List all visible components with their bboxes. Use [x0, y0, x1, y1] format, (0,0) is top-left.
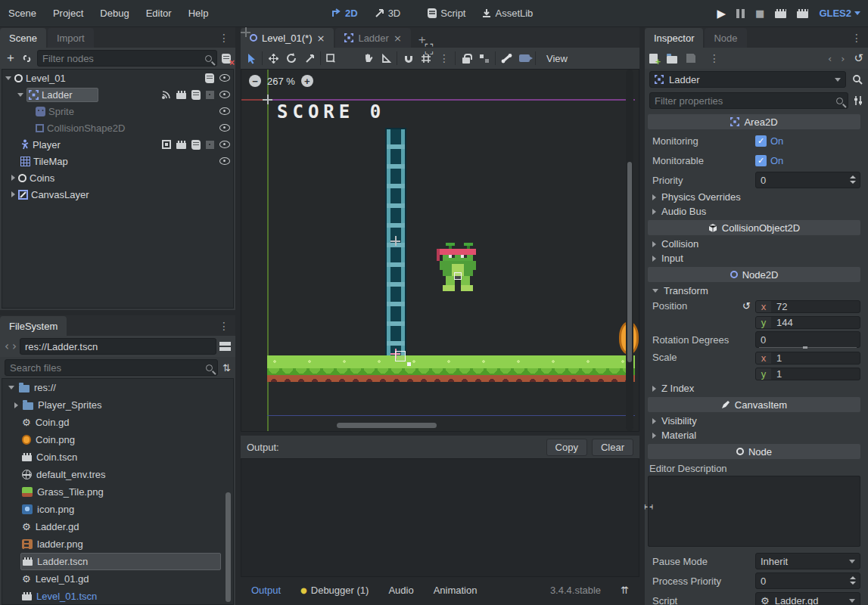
scene-dock-menu-icon[interactable]: ⋮ [214, 32, 234, 44]
smart-snap-toggle[interactable] [399, 49, 417, 67]
history-back-button[interactable]: ‹ [828, 53, 832, 64]
mode-assetlib-button[interactable]: AssetLib [476, 5, 539, 22]
filesystem-menu-icon[interactable]: ⋮ [214, 320, 234, 332]
script-icon[interactable] [205, 73, 214, 83]
filter-nodes-input[interactable] [42, 53, 205, 64]
edit-history-button[interactable]: ↺ [854, 51, 863, 65]
view-menu-button[interactable]: View [539, 51, 575, 67]
bottom-tab-audio[interactable]: Audio [388, 585, 413, 596]
category-node2d[interactable]: Node2D [648, 267, 860, 282]
save-resource-button[interactable] [686, 54, 695, 63]
clear-button[interactable]: Clear [592, 439, 633, 456]
load-resource-button[interactable] [667, 56, 677, 64]
group-collision[interactable]: Collision [648, 237, 860, 251]
script-icon[interactable] [191, 140, 201, 150]
menu-debug[interactable]: Debug [92, 5, 137, 22]
revert-position-icon[interactable]: ↺ [742, 300, 751, 312]
skeleton-camera-button[interactable] [515, 49, 534, 67]
tree-node-level01[interactable]: Level_01 [2, 70, 233, 86]
tab-import[interactable]: Import [48, 28, 94, 48]
instance-options-icon[interactable] [162, 140, 171, 149]
mode-3d-button[interactable]: 3D [369, 5, 407, 22]
pause-mode-dropdown[interactable]: Inherit [755, 553, 860, 569]
lock-object-button[interactable] [457, 49, 475, 67]
pan-tool[interactable] [359, 49, 377, 67]
signal-icon[interactable] [161, 90, 171, 100]
expand-icon[interactable] [11, 191, 15, 197]
group-visibility[interactable]: Visibility [648, 414, 860, 428]
group-audio-bus[interactable]: Audio Bus [648, 204, 860, 219]
instanced-scene-icon[interactable] [176, 141, 186, 149]
group-z-index[interactable]: Z Index [648, 381, 860, 396]
open-docs-icon[interactable] [852, 74, 863, 85]
ruler-tool[interactable] [377, 49, 395, 67]
snap-options-menu[interactable]: ⋮ [435, 49, 453, 67]
expand-bottom-panel-icon[interactable]: ⇈ [621, 585, 629, 596]
pause-button[interactable] [736, 9, 745, 18]
selection-rect[interactable] [395, 351, 406, 361]
expand-icon[interactable] [14, 402, 18, 408]
unlock-object-button[interactable] [475, 49, 493, 67]
instanced-scene-icon[interactable] [176, 91, 186, 99]
zoom-in-button[interactable]: + [301, 75, 313, 87]
category-collisionobject2d[interactable]: CollisionObject2D [648, 220, 860, 235]
script-icon[interactable] [191, 90, 201, 100]
2d-viewport-canvas[interactable]: − 267 % + SCORE 0 [241, 69, 639, 432]
file-row[interactable]: icon.png [2, 501, 233, 518]
tree-node-ladder[interactable]: Ladder [2, 86, 233, 103]
close-icon[interactable]: × [317, 33, 325, 44]
visibility-icon[interactable] [219, 74, 230, 82]
play-custom-scene-button[interactable] [797, 9, 808, 18]
spinner-arrows-icon[interactable] [850, 175, 856, 184]
position-y-field[interactable]: y 144 [755, 316, 860, 329]
property-tools-icon[interactable] [853, 95, 863, 106]
distraction-free-icon[interactable] [425, 44, 434, 54]
group-physics-overrides[interactable]: Physics Overrides [648, 190, 860, 204]
file-row[interactable]: ladder.png [2, 535, 233, 553]
category-area2d[interactable]: Area2D [648, 114, 860, 129]
file-row[interactable]: ⚙Coin.gd [2, 414, 233, 431]
add-node-button[interactable]: + [5, 51, 17, 66]
priority-spinbox[interactable]: 0 [755, 172, 860, 188]
spinner-arrows-icon[interactable] [850, 576, 856, 585]
zoom-out-button[interactable]: − [249, 75, 261, 87]
filesystem-scrollbar[interactable] [226, 492, 231, 602]
mode-2d-button[interactable]: 2D [325, 5, 364, 22]
groups-icon[interactable] [206, 141, 214, 149]
visibility-icon[interactable] [219, 107, 230, 115]
groups-icon[interactable] [206, 91, 214, 99]
stop-button[interactable]: ■ [755, 8, 764, 19]
visibility-icon[interactable] [219, 124, 230, 132]
scale-tool[interactable] [300, 49, 319, 67]
expand-icon[interactable] [11, 175, 15, 181]
file-row[interactable]: default_env.tres [2, 466, 233, 483]
instance-scene-button[interactable] [21, 54, 33, 64]
tree-node-player[interactable]: Player [2, 136, 233, 153]
file-row[interactable]: Player_Sprites [2, 396, 233, 414]
output-log-area[interactable] [241, 458, 639, 577]
renderer-select[interactable]: GLES2 [819, 8, 860, 19]
category-canvasitem[interactable]: CanvasItem [648, 397, 860, 412]
visibility-icon[interactable] [219, 91, 230, 98]
viewport-vscrollbar[interactable] [626, 70, 633, 431]
bottom-tab-debugger[interactable]: ● Debugger (1) [300, 585, 369, 596]
close-icon[interactable]: × [394, 33, 402, 44]
file-row[interactable]: Level_01.tscn [2, 588, 233, 605]
group-material[interactable]: Material [648, 428, 860, 442]
list-select-tool[interactable] [322, 49, 341, 67]
skeleton-options-button[interactable] [497, 49, 515, 67]
menu-scene[interactable]: Scene [0, 5, 45, 22]
move-tool[interactable] [264, 49, 282, 67]
bottom-tab-animation[interactable]: Animation [434, 585, 478, 596]
process-priority-spinbox[interactable]: 0 [755, 572, 860, 589]
position-x-field[interactable]: x 72 [755, 300, 860, 313]
editor-description-textarea[interactable] [648, 476, 860, 547]
menu-help[interactable]: Help [180, 5, 217, 22]
tree-node-collisionshape2d[interactable]: CollisionShape2D [2, 119, 233, 136]
viewport-hscrollbar[interactable] [241, 421, 624, 430]
edited-node-selector[interactable]: Ladder [649, 71, 846, 88]
toggle-split-mode-icon[interactable] [219, 342, 231, 351]
scale-x-field[interactable]: x 1 [755, 352, 860, 365]
mode-script-button[interactable]: Script [422, 5, 471, 22]
current-path-input[interactable] [25, 341, 211, 352]
